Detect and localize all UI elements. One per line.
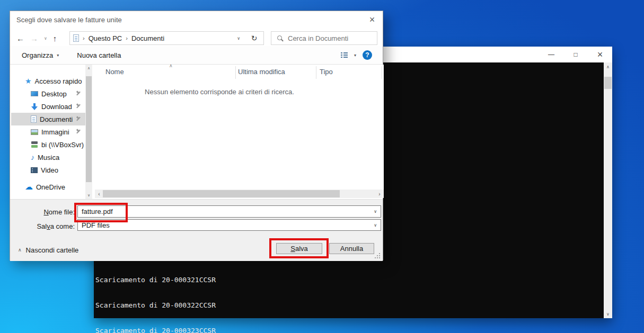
filename-value: fatture.pdf: [82, 208, 113, 215]
document-icon: [73, 34, 79, 42]
view-mode-icon[interactable]: [341, 52, 348, 58]
save-options-panel: Nome file: fatture.pdf ∨ Salva come: PDF…: [10, 199, 383, 261]
console-vertical-scrollbar[interactable]: ∧ ∨: [604, 62, 612, 318]
maximize-button[interactable]: □: [563, 47, 588, 62]
scroll-right-icon[interactable]: ›: [375, 190, 384, 198]
filename-dropdown-icon[interactable]: ∨: [374, 209, 377, 214]
quick-access-icon: ★: [25, 77, 32, 85]
view-dropdown-icon[interactable]: ▾: [354, 53, 356, 58]
console-line: Scaricamento di 20-000322CCSR: [95, 301, 216, 310]
scrollbar-thumb[interactable]: [86, 76, 92, 182]
sidebar-item-label: Download: [41, 103, 72, 111]
refresh-button[interactable]: ↻: [245, 31, 264, 45]
sidebar-item-documenti[interactable]: Documenti: [11, 113, 85, 125]
filename-label-accel: N: [43, 208, 48, 216]
sidebar-item-onedrive[interactable]: ☁ OneDrive: [11, 181, 85, 193]
savetype-dropdown-icon[interactable]: ∨: [374, 223, 377, 228]
documents-icon: [31, 115, 37, 123]
pin-icon: [75, 91, 81, 97]
console-line: Scaricamento di 20-000321CCSR: [95, 276, 216, 284]
search-icon: [277, 35, 283, 41]
hide-folders-button[interactable]: ∧ Nascondi cartelle: [18, 245, 78, 255]
dropdown-icon: ▾: [57, 53, 59, 58]
dialog-title: Scegli dove salvare le fatture unite: [16, 16, 122, 24]
savetype-label-rest: a come:: [50, 222, 75, 230]
save-button[interactable]: Salva: [276, 243, 322, 254]
sidebar-item-download[interactable]: Download: [11, 100, 85, 113]
console-line: Scaricamento di 20-000323CCSR: [95, 327, 216, 333]
sidebar-item-video[interactable]: Video: [11, 164, 85, 176]
save-as-type-value: PDF files: [82, 221, 110, 229]
dialog-close-button[interactable]: ×: [366, 13, 378, 26]
new-folder-button[interactable]: Nuova cartella: [77, 51, 121, 59]
save-as-type-select[interactable]: PDF files ∨: [77, 219, 381, 231]
back-icon[interactable]: ←: [16, 34, 24, 43]
scroll-down-icon[interactable]: ∨: [85, 192, 92, 199]
column-header-nome[interactable]: Nome: [105, 68, 124, 76]
breadcrumb-separator-icon: ›: [126, 35, 128, 41]
pin-icon: [75, 116, 81, 122]
empty-folder-message: Nessun elemento corrisponde ai criteri d…: [108, 88, 331, 96]
breadcrumb-device[interactable]: Questo PC: [89, 34, 122, 42]
save-button-accel: S: [290, 245, 295, 253]
network-drive-icon: [31, 141, 38, 148]
savetype-label-pre: Sal: [37, 222, 47, 230]
breadcrumb-separator-icon: ›: [83, 35, 85, 41]
cancel-button[interactable]: Annulla: [329, 243, 374, 254]
filename-label: Nome file:: [10, 208, 75, 216]
minimize-button[interactable]: —: [539, 47, 563, 62]
filename-input[interactable]: fatture.pdf ∨: [77, 205, 381, 218]
filename-label-rest: ome file:: [49, 208, 75, 216]
sidebar-item-label: Immagini: [41, 128, 69, 136]
hide-folders-label: Nascondi cartelle: [26, 246, 79, 254]
save-as-type-label: Salva come:: [10, 222, 75, 230]
address-dropdown-icon[interactable]: ∨: [237, 36, 240, 41]
sidebar-item-label: Accesso rapido: [35, 77, 82, 85]
save-dialog: Scegli dove salvare le fatture unite × ←…: [10, 11, 383, 260]
up-icon[interactable]: ↑: [53, 34, 57, 43]
column-divider[interactable]: [316, 66, 316, 79]
sidebar-item-network-drive[interactable]: bi (\\VBoxSvr) (Z: [11, 138, 85, 151]
navigation-pane: ★ Accesso rapido Desktop Download Docume…: [10, 65, 85, 199]
onedrive-cloud-icon: ☁: [25, 182, 33, 192]
scrollbar-thumb[interactable]: [604, 77, 612, 89]
column-header-ultima-modifica[interactable]: Ultima modifica: [238, 68, 285, 76]
forward-icon: →: [30, 34, 38, 43]
sidebar-item-label: bi (\\VBoxSvr) (Z: [41, 141, 85, 149]
console-output: Scaricamento di 20-000321CCSR Scaricamen…: [95, 259, 216, 333]
breadcrumb-folder[interactable]: Documenti: [131, 34, 164, 42]
help-button[interactable]: ?: [363, 50, 372, 60]
file-list-horizontal-scrollbar[interactable]: ‹ ›: [95, 190, 384, 198]
scrollbar-thumb[interactable]: [103, 190, 340, 197]
resize-grip[interactable]: [379, 257, 380, 258]
music-icon: ♪: [31, 153, 34, 161]
column-divider[interactable]: [382, 66, 382, 79]
sidebar-item-desktop[interactable]: Desktop: [11, 87, 85, 100]
pin-icon: [75, 104, 81, 110]
sidebar-item-label: Documenti: [40, 115, 73, 123]
scroll-left-icon[interactable]: ‹: [95, 190, 103, 198]
address-bar[interactable]: › Questo PC › Documenti ∨: [69, 31, 245, 45]
scroll-up-icon[interactable]: ∧: [604, 62, 612, 71]
sidebar-item-accesso-rapido[interactable]: ★ Accesso rapido: [11, 75, 85, 87]
organizza-label: Organizza: [22, 51, 53, 59]
toolbar-right-group: ▾ ?: [341, 50, 383, 60]
scroll-up-icon[interactable]: ∧: [85, 65, 92, 72]
sidebar-scrollbar[interactable]: ∧ ∨: [85, 65, 92, 199]
recent-locations-icon[interactable]: ∨: [44, 36, 47, 41]
pictures-icon: [31, 129, 38, 135]
download-icon: [31, 103, 38, 110]
sidebar-item-musica[interactable]: ♪ Musica: [11, 151, 85, 164]
sidebar-item-label: OneDrive: [36, 183, 65, 191]
sidebar-item-label: Desktop: [41, 90, 67, 98]
scroll-down-icon[interactable]: ∨: [604, 310, 612, 318]
search-placeholder: Cerca in Documenti: [288, 34, 348, 42]
sidebar-item-immagini[interactable]: Immagini: [11, 125, 85, 138]
sidebar-item-label: Video: [41, 166, 58, 174]
column-header-tipo[interactable]: Tipo: [320, 68, 333, 76]
organizza-button[interactable]: Organizza ▾: [22, 51, 59, 59]
close-button[interactable]: ×: [588, 47, 612, 62]
column-divider[interactable]: [235, 66, 236, 79]
sort-ascending-icon: ∧: [169, 63, 173, 68]
search-input[interactable]: Cerca in Documenti: [271, 31, 377, 45]
